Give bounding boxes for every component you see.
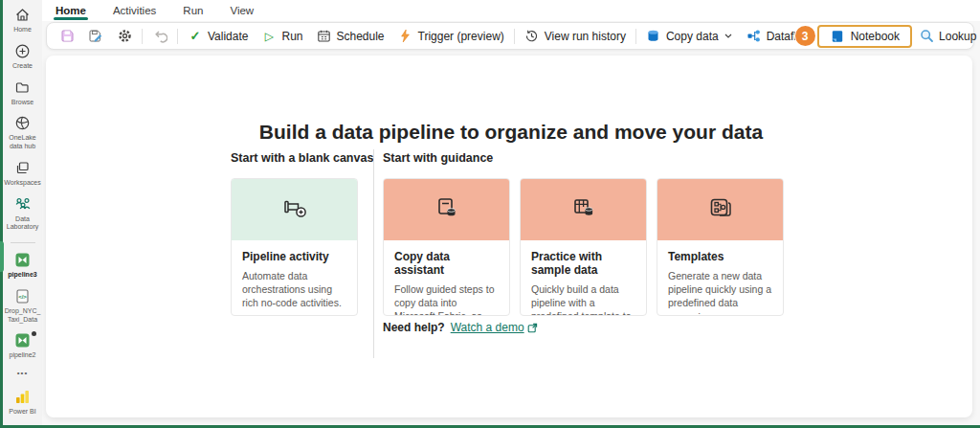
- card-description: Quickly build a data pipeline with a pre…: [531, 282, 635, 316]
- notebook-icon: [830, 30, 845, 43]
- card-practice-sample-data[interactable]: Practice with sample data Quickly build …: [520, 178, 647, 316]
- search-icon: [919, 29, 934, 43]
- validate-button[interactable]: ✓ Validate: [181, 25, 255, 48]
- copy-data-button[interactable]: Copy data: [639, 25, 740, 48]
- pipeline-icon: [14, 332, 31, 349]
- section-title-guidance: Start with guidance: [383, 151, 493, 165]
- sidebar-item-label: Home: [13, 26, 32, 34]
- sample-data-icon: [571, 195, 596, 224]
- sidebar-item-label: pipeline3: [8, 271, 36, 280]
- sidebar-more-button[interactable]: •••: [17, 369, 28, 377]
- check-icon: ✓: [188, 29, 203, 43]
- play-icon: ▷: [261, 30, 277, 43]
- run-button[interactable]: ▷ Run: [255, 25, 309, 48]
- tab-home[interactable]: Home: [54, 5, 88, 21]
- undo-button[interactable]: [145, 25, 174, 48]
- sidebar-item-workspaces[interactable]: Workspaces: [3, 160, 42, 188]
- view-run-history-label: View run history: [545, 30, 626, 43]
- pipeline-activity-icon: [281, 195, 308, 224]
- card-text-area: Templates Generate a new data pipeline q…: [657, 240, 783, 316]
- dataflow-icon: [746, 29, 762, 43]
- section-title-blank-canvas: Start with a blank canvas: [231, 151, 373, 165]
- sidebar-item-pipeline2[interactable]: pipeline2: [3, 332, 42, 360]
- card-description: Generate a new data pipeline quickly usi…: [668, 269, 772, 316]
- run-label: Run: [281, 30, 302, 43]
- sidebar-item-label: Workspaces: [4, 179, 40, 188]
- card-templates[interactable]: Templates Generate a new data pipeline q…: [657, 178, 784, 316]
- templates-icon: [708, 195, 733, 224]
- workspaces-icon: [14, 160, 31, 176]
- sidebar-item-label: Data Laboratory: [4, 215, 42, 233]
- external-link-icon: [527, 323, 538, 333]
- card-icon-area: [384, 179, 509, 240]
- trigger-label: Trigger (preview): [418, 30, 504, 43]
- need-help-label: Need help?: [383, 321, 445, 334]
- notebook-code-icon: </>: [14, 288, 31, 304]
- toolbar-separator: [635, 29, 636, 44]
- card-description: Automate data orchestrations using rich …: [242, 269, 346, 310]
- sidebar-item-label: OneLake data hub: [4, 134, 42, 151]
- sidebar-item-create[interactable]: Create: [3, 43, 42, 71]
- sidebar-item-home[interactable]: Home: [3, 7, 42, 34]
- home-ribbon-toolbar: ✓ Validate ▷ Run Schedule Trigger (previ…: [46, 22, 974, 50]
- settings-button[interactable]: [110, 25, 139, 48]
- schedule-button[interactable]: Schedule: [310, 25, 391, 48]
- save-button[interactable]: [53, 25, 81, 48]
- sidebar-item-drop-nyc-taxi-data[interactable]: </> Drop_NYC_Taxi_Data: [3, 288, 42, 325]
- notebook-button-highlighted[interactable]: Notebook: [817, 25, 912, 48]
- card-title: Pipeline activity: [242, 250, 346, 263]
- folder-icon: [14, 79, 31, 96]
- card-icon-area: [657, 179, 783, 240]
- card-text-area: Practice with sample data Quickly build …: [521, 240, 646, 316]
- sidebar-item-label: Browse: [11, 99, 33, 107]
- sidebar-item-label: Power BI: [9, 408, 35, 417]
- card-title: Copy data assistant: [394, 250, 499, 277]
- card-text-area: Copy data assistant Follow guided steps …: [384, 240, 509, 316]
- sidebar-item-data-laboratory[interactable]: Data Laboratory: [3, 196, 42, 233]
- save-as-button[interactable]: [81, 25, 110, 48]
- copy-data-assistant-icon: [434, 195, 459, 224]
- card-title: Practice with sample data: [531, 250, 635, 277]
- section-divider: [373, 149, 374, 358]
- sidebar-item-label: Drop_NYC_Taxi_Data: [4, 307, 42, 325]
- sidebar-item-label: Create: [12, 62, 33, 71]
- save-as-icon: [88, 29, 103, 43]
- trigger-preview-button[interactable]: Trigger (preview): [391, 25, 511, 48]
- card-copy-data-assistant[interactable]: Copy data assistant Follow guided steps …: [383, 178, 510, 316]
- toolbar-separator: [514, 29, 515, 44]
- copy-data-label: Copy data: [666, 30, 719, 43]
- left-navigation-rail: Home Create Browse OneLake data hub Work…: [3, 0, 42, 425]
- lookup-button[interactable]: Lookup: [912, 25, 980, 48]
- sidebar-divider: [11, 242, 35, 243]
- card-title: Templates: [668, 250, 772, 263]
- tab-view[interactable]: View: [228, 5, 256, 21]
- card-icon-area: [521, 179, 646, 240]
- ribbon-tab-bar: Home Activities Run View: [42, 0, 980, 21]
- card-text-area: Pipeline activity Automate data orchestr…: [232, 240, 357, 310]
- history-clock-icon: [524, 29, 540, 43]
- schedule-label: Schedule: [337, 30, 385, 43]
- view-run-history-button[interactable]: View run history: [518, 25, 633, 48]
- sidebar-item-onelake-data-hub[interactable]: OneLake data hub: [3, 115, 42, 151]
- database-icon: [646, 29, 661, 43]
- card-pipeline-activity[interactable]: Pipeline activity Automate data orchestr…: [231, 178, 358, 316]
- pipeline-icon: [14, 252, 31, 268]
- tab-run[interactable]: Run: [181, 5, 205, 21]
- page-title: Build a data pipeline to organize and mo…: [157, 121, 865, 144]
- watch-a-demo-label: Watch a demo: [451, 321, 524, 334]
- pipeline-canvas-start-page: Build a data pipeline to organize and mo…: [46, 56, 972, 417]
- lightning-icon: [398, 29, 413, 43]
- annotation-step-badge: 3: [795, 26, 815, 46]
- undo-icon: [152, 29, 167, 43]
- sidebar-item-browse[interactable]: Browse: [3, 79, 42, 107]
- watch-a-demo-link[interactable]: Watch a demo: [451, 321, 538, 334]
- gear-icon: [117, 29, 132, 43]
- sidebar-item-power-bi[interactable]: Power BI: [3, 389, 42, 417]
- lookup-label: Lookup: [939, 30, 976, 43]
- card-description: Follow guided steps to copy data into Mi…: [394, 282, 499, 316]
- screenshot-border-left: [0, 0, 3, 428]
- tab-activities[interactable]: Activities: [111, 5, 158, 21]
- need-help-row: Need help? Watch a demo: [383, 321, 538, 334]
- sidebar-item-pipeline3[interactable]: pipeline3: [3, 252, 42, 280]
- validate-label: Validate: [208, 30, 248, 43]
